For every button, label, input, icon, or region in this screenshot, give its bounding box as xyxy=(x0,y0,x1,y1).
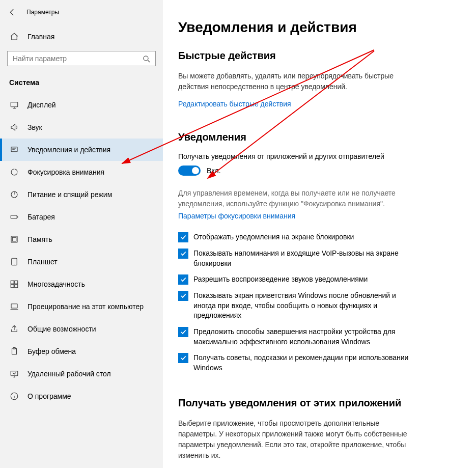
checkbox-label: Получать советы, подсказки и рекомендаци… xyxy=(193,353,412,373)
titlebar: Параметры xyxy=(0,4,163,26)
notifications-toggle[interactable] xyxy=(178,166,201,176)
svg-rect-12 xyxy=(11,304,17,308)
battery-icon xyxy=(9,212,19,222)
about-icon xyxy=(9,391,19,401)
checkbox-label: Отображать уведомления на экране блокиро… xyxy=(193,232,354,242)
shared-icon xyxy=(9,324,19,334)
quick-actions-desc: Вы можете добавлять, удалять или переупо… xyxy=(178,71,412,92)
nav-item-4[interactable]: Питание и спящий режим xyxy=(0,183,163,206)
nav-label: Буфер обмена xyxy=(27,347,76,355)
nav-label: Проецирование на этот компьютер xyxy=(27,302,144,311)
checkbox-label: Разрешить воспроизведение звуков уведомл… xyxy=(193,274,368,285)
home-label: Главная xyxy=(27,33,54,41)
svg-point-0 xyxy=(144,56,148,61)
nav-item-5[interactable]: Батарея xyxy=(0,206,163,228)
remote-icon xyxy=(9,369,19,379)
home-icon xyxy=(9,32,19,42)
nav-item-13[interactable]: О программе xyxy=(0,385,163,407)
apps-heading: Получать уведомления от этих приложений xyxy=(178,397,461,409)
search-input[interactable] xyxy=(13,54,142,63)
nav-label: Уведомления и действия xyxy=(27,146,110,154)
checkbox-3[interactable] xyxy=(178,291,188,301)
checkbox-2[interactable] xyxy=(178,274,188,285)
nav-label: О программе xyxy=(27,392,71,400)
checkbox-row-1: Показывать напоминания и входящие VoIP-в… xyxy=(178,249,412,268)
nav-item-9[interactable]: Проецирование на этот компьютер xyxy=(0,295,163,318)
nav-item-8[interactable]: Многозадачность xyxy=(0,273,163,295)
power-icon xyxy=(9,189,19,200)
nav-item-12[interactable]: Удаленный рабочий стол xyxy=(0,363,163,385)
checkbox-0[interactable] xyxy=(178,232,188,242)
display-icon xyxy=(9,100,19,110)
nav-label: Многозадачность xyxy=(27,280,85,288)
nav-label: Удаленный рабочий стол xyxy=(27,370,111,378)
nav-item-2[interactable]: Уведомления и действия xyxy=(0,139,163,161)
toggle-state-label: Вкл. xyxy=(207,167,221,175)
svg-rect-10 xyxy=(11,285,14,288)
tablet-icon xyxy=(9,257,19,267)
search-icon xyxy=(142,54,150,63)
nav-item-6[interactable]: Память xyxy=(0,228,163,251)
focus-desc: Для управления временем, когда вы получа… xyxy=(178,188,412,209)
nav-label: Питание и спящий режим xyxy=(27,190,112,199)
nav-item-1[interactable]: Звук xyxy=(0,116,163,139)
checkbox-label: Показывать напоминания и входящие VoIP-в… xyxy=(193,249,412,268)
edit-quick-actions-link[interactable]: Редактировать быстрые действия xyxy=(178,100,291,108)
nav-label: Память xyxy=(27,235,52,243)
checkbox-label: Предложить способы завершения настройки … xyxy=(193,327,412,347)
checkbox-row-4: Предложить способы завершения настройки … xyxy=(178,327,412,347)
nav-label: Фокусировка внимания xyxy=(27,168,104,176)
nav-label: Общие возможности xyxy=(27,325,96,333)
focus-assist-link[interactable]: Параметры фокусировки внимания xyxy=(178,212,295,220)
nav-list: ДисплейЗвукУведомления и действияФокусир… xyxy=(0,94,163,407)
quick-actions-heading: Быстрые действия xyxy=(178,50,461,62)
multitask-icon xyxy=(9,279,19,289)
checkbox-row-2: Разрешить воспроизведение звуков уведомл… xyxy=(178,274,412,285)
notifications-icon xyxy=(9,145,19,155)
home-button[interactable]: Главная xyxy=(0,26,163,47)
svg-rect-11 xyxy=(15,285,18,288)
nav-item-3[interactable]: Фокусировка внимания xyxy=(0,161,163,183)
back-button[interactable] xyxy=(7,7,17,17)
notifications-toggle-label: Получать уведомления от приложений и дру… xyxy=(178,152,461,160)
checkbox-4[interactable] xyxy=(178,327,188,337)
svg-rect-4 xyxy=(11,215,17,218)
nav-label: Дисплей xyxy=(27,101,56,109)
notifications-heading: Уведомления xyxy=(178,131,461,143)
group-header: Система xyxy=(0,75,163,94)
checkbox-label: Показывать экран приветствия Windows пос… xyxy=(193,291,412,321)
checkbox-row-0: Отображать уведомления на экране блокиро… xyxy=(178,232,412,242)
page-title: Уведомления и действия xyxy=(178,19,461,36)
nav-label: Батарея xyxy=(27,213,55,221)
apps-desc: Выберите приложение, чтобы просмотреть д… xyxy=(178,418,412,461)
nav-item-0[interactable]: Дисплей xyxy=(0,94,163,116)
svg-rect-6 xyxy=(12,237,16,241)
window-title: Параметры xyxy=(26,9,59,16)
svg-rect-1 xyxy=(11,102,18,107)
checkbox-5[interactable] xyxy=(178,353,188,363)
checkbox-1[interactable] xyxy=(178,249,188,259)
nav-item-10[interactable]: Общие возможности xyxy=(0,318,163,340)
svg-rect-8 xyxy=(11,281,14,284)
main-content: Уведомления и действия Быстрые действия … xyxy=(163,0,476,468)
sound-icon xyxy=(9,122,19,132)
checkbox-row-5: Получать советы, подсказки и рекомендаци… xyxy=(178,353,412,373)
storage-icon xyxy=(9,234,19,244)
focus-icon xyxy=(9,167,19,177)
nav-item-7[interactable]: Планшет xyxy=(0,251,163,273)
nav-label: Звук xyxy=(27,123,42,131)
checkbox-list: Отображать уведомления на экране блокиро… xyxy=(178,232,461,373)
clipboard-icon xyxy=(9,346,19,356)
checkbox-row-3: Показывать экран приветствия Windows пос… xyxy=(178,291,412,321)
svg-rect-9 xyxy=(15,281,18,284)
sidebar: Параметры Главная Система ДисплейЗвукУве… xyxy=(0,0,163,468)
svg-rect-15 xyxy=(11,371,18,376)
search-box[interactable] xyxy=(7,51,156,66)
projecting-icon xyxy=(9,301,19,312)
nav-label: Планшет xyxy=(27,258,58,266)
nav-item-11[interactable]: Буфер обмена xyxy=(0,340,163,363)
